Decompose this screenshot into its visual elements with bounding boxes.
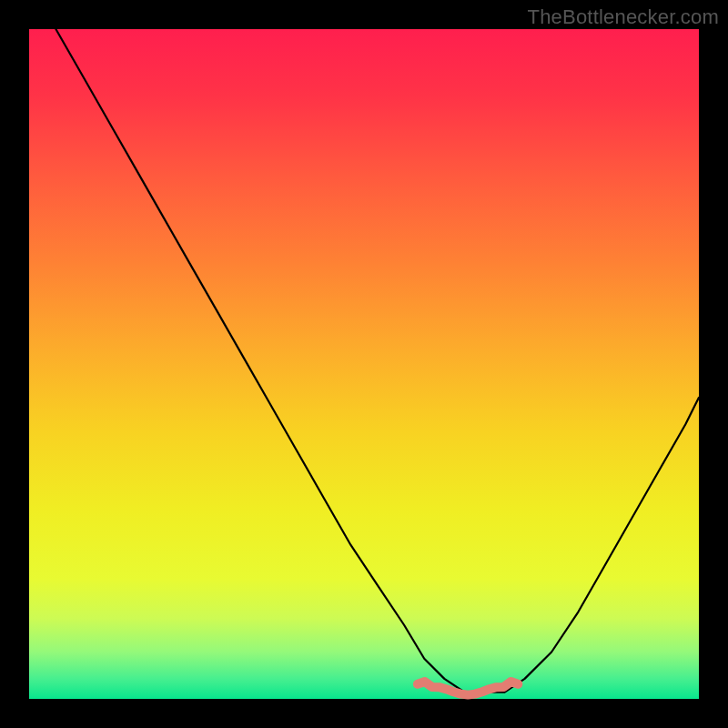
watermark-text: TheBottlenecker.com — [528, 5, 719, 29]
chart-svg — [0, 0, 728, 728]
chart-container: TheBottlenecker.com — [0, 0, 728, 728]
plot-area — [29, 29, 699, 699]
